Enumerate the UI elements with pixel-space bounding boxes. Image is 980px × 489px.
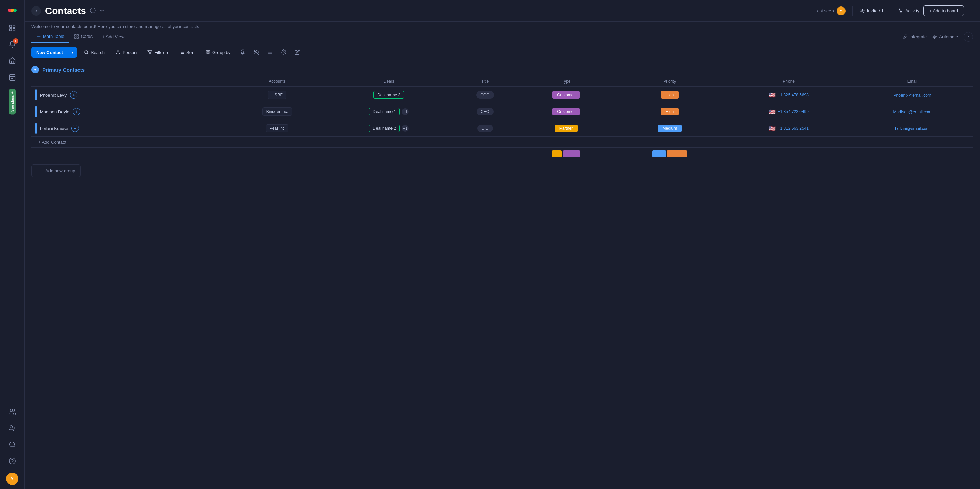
last-seen: Last seen Y: [815, 6, 845, 15]
filter-button[interactable]: Filter ▾: [143, 48, 173, 57]
summary-row: [32, 148, 973, 160]
activity-button[interactable]: Activity: [898, 8, 919, 14]
svg-rect-29: [77, 35, 78, 36]
svg-point-33: [84, 51, 88, 54]
see-plans-button[interactable]: See plans +: [9, 89, 16, 114]
view-tabs: Main Table Cards + Add View Integrate Au…: [25, 30, 980, 43]
new-contact-chevron[interactable]: ▾: [68, 48, 77, 57]
invite-button[interactable]: Invite / 1: [859, 8, 884, 14]
last-seen-label: Last seen: [815, 8, 834, 13]
automate-button[interactable]: Automate: [932, 34, 958, 39]
group-by-button[interactable]: Group by: [201, 48, 234, 57]
svg-line-34: [87, 53, 88, 54]
group-collapse-button[interactable]: ▾: [32, 66, 39, 73]
add-user-icon[interactable]: [5, 421, 20, 436]
star-icon[interactable]: ☆: [100, 8, 105, 14]
col-deals: Deals: [326, 76, 452, 87]
sort-label: Sort: [186, 50, 194, 55]
group-by-label: Group by: [212, 50, 231, 55]
user-avatar[interactable]: Y: [6, 473, 18, 485]
toolbar: New Contact ▾ Search Person Filter ▾ Sor…: [25, 43, 980, 61]
add-to-board-label: + Add to board: [929, 8, 958, 13]
integrate-button[interactable]: Integrate: [902, 34, 927, 39]
page-title: Contacts: [45, 5, 86, 16]
sidebar: 1 See plans + Y: [0, 0, 25, 489]
home-icon[interactable]: [5, 21, 20, 35]
summary-type-block-2: [563, 151, 580, 157]
add-row-icon[interactable]: +: [73, 108, 80, 115]
add-to-board-button[interactable]: + Add to board: [923, 5, 964, 16]
tab-main-table-label: Main Table: [43, 34, 65, 39]
svg-point-18: [9, 442, 14, 447]
person-button[interactable]: Person: [111, 48, 141, 57]
add-contact-row[interactable]: + Add Contact: [32, 137, 973, 148]
svg-point-22: [861, 9, 862, 11]
svg-rect-7: [13, 29, 15, 31]
search-label: Search: [91, 50, 105, 55]
row-color-bar: [35, 123, 37, 134]
svg-marker-32: [933, 35, 937, 39]
tab-main-table[interactable]: Main Table: [32, 30, 69, 43]
col-priority: Priority: [613, 76, 726, 87]
back-button[interactable]: ‹: [32, 6, 41, 16]
table-row[interactable]: Phoenix Levy + HSBF Deal name 3 COOCusto…: [32, 87, 973, 103]
hide-icon[interactable]: [251, 47, 262, 58]
contact-name: Leilani Krause: [40, 126, 68, 131]
new-contact-button[interactable]: New Contact ▾: [32, 47, 77, 58]
svg-rect-10: [9, 75, 15, 81]
edit-icon[interactable]: [292, 47, 303, 58]
svg-point-53: [283, 52, 284, 53]
svg-point-20: [9, 458, 15, 464]
table-row[interactable]: Madison Doyle + Bindeer Inc. Deal name 1…: [32, 103, 973, 120]
more-menu-button[interactable]: ···: [968, 7, 973, 14]
account-value[interactable]: Bindeer Inc.: [262, 108, 292, 116]
add-row-icon[interactable]: +: [72, 125, 79, 132]
inbox-icon[interactable]: [5, 53, 20, 68]
col-contact: [32, 76, 228, 87]
topbar-divider2: [891, 6, 891, 16]
deal-count: +1: [402, 125, 409, 132]
search-icon[interactable]: [5, 437, 20, 452]
sort-button[interactable]: Sort: [175, 48, 199, 57]
svg-point-15: [10, 425, 12, 428]
add-view-button[interactable]: + Add View: [97, 31, 129, 43]
people-icon[interactable]: [5, 404, 20, 419]
app-logo[interactable]: [6, 4, 18, 16]
new-contact-label: New Contact: [32, 47, 68, 58]
search-button[interactable]: Search: [80, 48, 109, 57]
svg-marker-36: [148, 51, 152, 54]
svg-point-35: [118, 51, 119, 52]
row-height-icon[interactable]: [264, 47, 275, 58]
add-contact-label: + Add Contact: [38, 140, 66, 145]
settings-icon[interactable]: [278, 47, 289, 58]
notification-badge: 1: [13, 38, 18, 44]
contacts-table: Accounts Deals Title Type Priority: [32, 76, 973, 160]
summary-priority-block-1: [652, 151, 666, 157]
see-plans-label: See plans: [10, 95, 14, 111]
add-new-group-button[interactable]: + + Add new group: [32, 165, 81, 177]
row-color-bar: [35, 89, 37, 100]
notification-icon[interactable]: 1: [5, 37, 20, 52]
priority-badge: Medium: [658, 125, 682, 132]
task-icon[interactable]: [5, 70, 20, 85]
account-value[interactable]: Pear inc: [266, 124, 288, 132]
email-value: Madison@email.com: [893, 110, 932, 114]
info-icon[interactable]: ⓘ: [90, 7, 95, 14]
pin-icon[interactable]: [237, 47, 248, 58]
help-icon[interactable]: [5, 454, 20, 468]
activity-label: Activity: [905, 8, 919, 13]
table-row[interactable]: Leilani Krause + Pear inc Deal name 2 +1…: [32, 120, 973, 137]
deal-tag[interactable]: Deal name 1: [369, 108, 400, 115]
email-value: Phoenix@email.com: [894, 93, 931, 98]
add-row-icon[interactable]: +: [70, 91, 78, 98]
tab-cards[interactable]: Cards: [69, 30, 98, 43]
deal-tag[interactable]: Deal name 2: [369, 125, 400, 132]
deal-tag[interactable]: Deal name 3: [374, 91, 404, 98]
svg-point-14: [10, 409, 12, 411]
last-seen-avatar: Y: [837, 6, 845, 15]
topbar-divider: [852, 6, 853, 16]
summary-type-block-1: [552, 151, 562, 157]
collapse-button[interactable]: ∧: [964, 32, 973, 41]
account-value[interactable]: HSBF: [268, 91, 286, 99]
table-area: ▾ Primary Contacts Accounts Deals Title: [25, 61, 980, 489]
